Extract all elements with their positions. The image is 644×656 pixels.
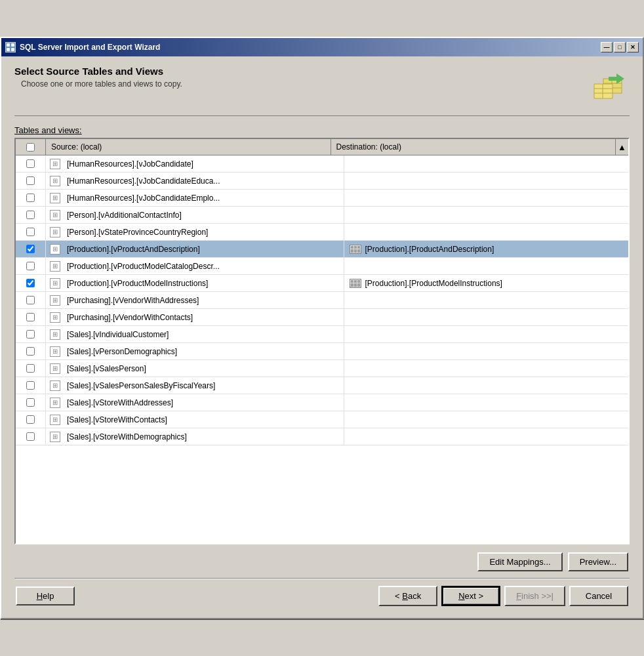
view-icon [47,432,63,442]
row-checkbox[interactable] [26,176,35,185]
tables-views-label: Tables and views: [14,125,630,135]
table-row[interactable]: [Sales].[vStoreWithDemographics] [16,428,628,445]
table-row[interactable]: [Sales].[vStoreWithContacts] [16,411,628,428]
page-subtitle: Choose one or more tables and views to c… [21,79,182,89]
finish-button[interactable]: Finish >>| [504,586,565,606]
view-icon [47,227,63,237]
cancel-button[interactable]: Cancel [569,586,628,606]
header-section: Select Source Tables and Views Choose on… [14,66,630,116]
view-icon [47,380,63,391]
maximize-button[interactable]: □ [614,42,626,52]
nav-buttons-row: Help < Back Next > Finish >>| Cancel [14,586,630,606]
row-checkbox-cell [16,292,46,308]
svg-rect-13 [609,77,616,81]
view-icon [47,329,63,340]
row-checkbox-cell [16,275,46,291]
view-icon [47,278,63,289]
dest-text: [Production].[ProductAndDescription] [365,245,494,254]
source-cell: [Production].[vProductModelInstructions] [64,275,344,291]
row-checkbox[interactable] [26,245,35,253]
row-checkbox[interactable] [26,415,35,424]
row-checkbox[interactable] [26,228,35,236]
view-icon [47,261,63,272]
table-row[interactable]: [Purchasing].[vVendorWithContacts] [16,309,628,326]
table-row[interactable]: [Person].[vAdditionalContactInfo] [16,207,628,224]
header-checkbox-cell [16,139,46,155]
row-checkbox-cell [16,309,46,325]
divider [14,578,630,579]
row-checkbox-cell [16,241,46,257]
source-cell: [Sales].[vIndividualCustomer] [64,326,344,342]
svg-rect-2 [7,48,10,51]
navigation-buttons: < Back Next > Finish >>| Cancel [378,586,628,606]
minimize-button[interactable]: ― [601,42,613,52]
row-checkbox[interactable] [26,347,35,356]
back-button[interactable]: < Back [378,586,437,606]
table-header: Source: (local) Destination: (local) ▲ [16,139,628,155]
row-checkbox[interactable] [26,211,35,219]
finish-label: Finish >>| [516,591,553,601]
table-row[interactable]: [Production].[vProductModelCatalogDescr.… [16,258,628,275]
row-checkbox[interactable] [26,159,35,168]
row-checkbox[interactable] [26,330,35,338]
row-checkbox[interactable] [26,398,35,407]
row-checkbox-cell [16,377,46,394]
svg-rect-1 [11,43,14,47]
row-checkbox[interactable] [26,262,35,270]
table-row[interactable]: [Sales].[vSalesPersonSalesByFiscalYears] [16,377,628,394]
header-scroll-placeholder: ▲ [615,139,628,155]
view-icon [47,176,63,186]
table-row[interactable]: [HumanResources].[vJobCandidateEduca... [16,173,628,190]
help-button[interactable]: Help [16,586,75,605]
row-checkbox[interactable] [26,364,35,373]
next-button[interactable]: Next > [441,586,500,606]
row-checkbox-cell [16,258,46,274]
table-row[interactable]: [Sales].[vSalesPerson] [16,360,628,377]
row-checkbox[interactable] [26,194,35,202]
back-label: < Back [395,591,421,601]
row-checkbox[interactable] [26,296,35,304]
edit-mappings-button[interactable]: Edit Mappings... [477,552,562,571]
tables-list: Source: (local) Destination: (local) ▲ [… [14,138,630,544]
table-row[interactable]: [Sales].[vIndividualCustomer] [16,326,628,343]
table-body[interactable]: [HumanResources].[vJobCandidate][HumanRe… [16,155,628,543]
table-row[interactable]: [HumanResources].[vJobCandidateEmplo... [16,190,628,207]
table-row[interactable]: [HumanResources].[vJobCandidate] [16,155,628,173]
row-checkbox-cell [16,207,46,223]
title-bar: SQL Server Import and Export Wizard ― □ … [1,38,643,56]
source-cell: [Person].[vAdditionalContactInfo] [64,207,344,223]
close-button[interactable]: ✕ [627,42,639,52]
table-row[interactable]: [Production].[vProductModelInstructions]… [16,275,628,292]
table-row[interactable]: [Purchasing].[vVendorWithAddresses] [16,292,628,309]
svg-rect-0 [7,43,10,47]
wizard-icon [589,67,628,106]
table-row[interactable]: [Sales].[vPersonDemographics] [16,343,628,360]
title-controls: ― □ ✕ [601,42,639,52]
dest-column-header: Destination: (local) [331,139,616,155]
bottom-section: Edit Mappings... Preview... Help < Back … [14,544,630,611]
select-all-checkbox[interactable] [26,143,35,152]
row-checkbox-cell [16,343,46,359]
row-checkbox-cell [16,224,46,240]
source-cell: [HumanResources].[vJobCandidate] [64,155,344,172]
source-cell: [Sales].[vSalesPersonSalesByFiscalYears] [64,377,344,394]
row-checkbox[interactable] [26,381,35,390]
table-row[interactable]: [Sales].[vStoreWithAddresses] [16,394,628,411]
row-checkbox[interactable] [26,279,35,287]
content-area: Select Source Tables and Views Choose on… [1,56,643,618]
preview-button[interactable]: Preview... [568,552,628,571]
row-checkbox[interactable] [26,432,35,441]
view-icon [47,312,63,323]
source-cell: [Sales].[vStoreWithDemographics] [64,428,344,445]
row-checkbox-cell [16,360,46,377]
row-checkbox-cell [16,428,46,445]
next-label: Next > [458,591,483,601]
dest-cell: [Production].[ProductModelInstructions] [344,279,629,288]
row-checkbox-cell [16,190,46,206]
table-row[interactable]: [Person].[vStateProvinceCountryRegion] [16,224,628,241]
help-label: Help [37,591,54,601]
table-row[interactable]: [Production].[vProductAndDescription][Pr… [16,241,628,258]
source-cell: [Sales].[vPersonDemographics] [64,343,344,359]
main-window: SQL Server Import and Export Wizard ― □ … [0,37,644,619]
row-checkbox[interactable] [26,313,35,321]
